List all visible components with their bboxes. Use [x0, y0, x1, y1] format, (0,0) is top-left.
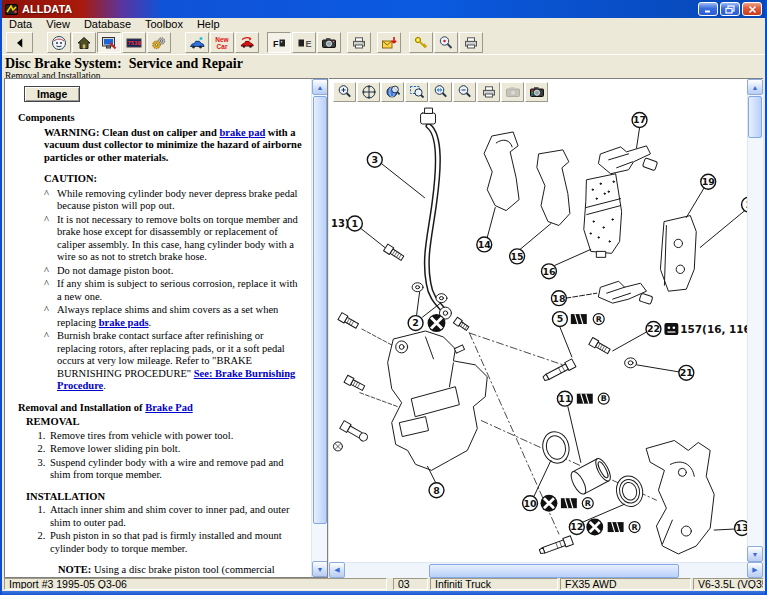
article-scrollbar[interactable]: ▲ ▼ [311, 79, 327, 577]
scrollbar-thumb[interactable] [748, 96, 762, 138]
do-not-reuse-icon [428, 314, 446, 332]
menu-help[interactable]: Help [190, 18, 227, 31]
frame-f-button[interactable]: F [267, 32, 291, 53]
svg-text:8: 8 [433, 485, 440, 496]
menu-toolbox[interactable]: Toolbox [138, 18, 190, 31]
brake-pads-link[interactable]: brake pads [99, 317, 149, 328]
alldata-logo-icon [5, 3, 18, 16]
search-button[interactable] [434, 32, 458, 53]
scroll-down-arrow[interactable]: ▼ [747, 546, 763, 562]
installation-heading: INSTALLATION [26, 491, 304, 504]
import-envelope-icon [381, 35, 397, 51]
sliding-pin-lower [539, 536, 574, 556]
svg-text:B: B [601, 394, 607, 403]
close-button[interactable] [742, 2, 762, 16]
car-wash-icon [189, 35, 205, 51]
brake-pad-link[interactable]: brake pad [219, 127, 265, 138]
import-button[interactable] [377, 32, 401, 53]
section-heading-brake-pad: Removal and Installation of Brake Pad [18, 402, 304, 415]
restore-button[interactable] [720, 2, 740, 16]
page-header: Disc Brake System: Service and Repair Re… [2, 54, 765, 78]
svg-text:2: 2 [412, 317, 419, 328]
rubber-grease-mark: R [593, 314, 604, 325]
scroll-left-arrow[interactable]: ◀ [329, 562, 345, 578]
home-icon [76, 35, 92, 51]
partial-callout-label: 13) [331, 218, 349, 229]
menu-bar: Data View Database Toolbox Help [2, 18, 765, 31]
camera-icon [321, 35, 337, 51]
svg-text:E: E [306, 38, 312, 48]
grease-icon [571, 314, 587, 324]
callout-2: 2 [408, 316, 423, 331]
status-version: Import #3 1995-05 Q3-06 [4, 578, 387, 590]
list-item: Push piston in so that pad is firmly ins… [48, 530, 304, 555]
bolt [344, 375, 365, 391]
print-button[interactable] [347, 32, 371, 53]
home-button[interactable] [72, 32, 96, 53]
camera-button[interactable] [317, 32, 341, 53]
back-button[interactable] [6, 32, 33, 53]
scroll-up-arrow[interactable]: ▲ [747, 79, 763, 95]
callout-21: 21 [679, 365, 694, 380]
article-pane: Image Components WARNING: Clean dust on … [4, 78, 328, 578]
zoom-sphere-button[interactable] [381, 82, 404, 102]
warning-text: WARNING: Clean dust on caliper and brake… [44, 127, 304, 165]
svg-text:17: 17 [633, 114, 646, 125]
menu-data[interactable]: Data [2, 18, 39, 31]
odometer-button[interactable]: 7530 [122, 32, 146, 53]
frame-e-button[interactable]: E [292, 32, 316, 53]
scrollbar-thumb[interactable] [429, 564, 679, 578]
minimize-button[interactable] [698, 2, 718, 16]
svg-text:14: 14 [478, 239, 492, 250]
pan-icon [361, 84, 377, 100]
pan-button[interactable] [357, 82, 380, 102]
scroll-down-arrow[interactable]: ▼ [312, 561, 328, 577]
list-item: Suspend cylinder body with a wire and re… [48, 457, 304, 482]
odometer-icon: 7530 [126, 35, 142, 51]
brake-pad-link[interactable]: Brake Pad [145, 402, 193, 413]
svg-text:7530: 7530 [127, 40, 140, 46]
zoom-window-button[interactable] [405, 82, 428, 102]
zoom-world-icon [385, 84, 401, 100]
brake-diagram[interactable]: R R R B 3 1 2 14 15 16 17 18 19 5 8 10 1… [330, 102, 751, 562]
print-preview-button[interactable] [459, 32, 483, 53]
svg-text:15: 15 [511, 251, 524, 262]
svg-text:19: 19 [702, 176, 715, 187]
piston-seal [539, 429, 572, 466]
vehicle-select-button[interactable] [97, 32, 121, 53]
status-code: 03 [393, 578, 428, 590]
alldata-window: ALLDATA Data View Database Toolbox Help [0, 0, 767, 595]
svg-text:New: New [215, 36, 229, 43]
car-wash-button[interactable] [185, 32, 209, 53]
new-car-button[interactable]: NewCar [210, 32, 234, 53]
print-image-button[interactable] [477, 82, 500, 102]
shop-info-button[interactable] [47, 32, 71, 53]
scroll-right-arrow[interactable]: ▶ [747, 562, 763, 578]
image-hscrollbar[interactable]: ◀ [329, 562, 747, 578]
shim-cover [537, 150, 570, 226]
zoom-out-icon [457, 84, 473, 100]
car-repair-button[interactable] [235, 32, 259, 53]
svg-text:18: 18 [552, 293, 565, 304]
film-button[interactable] [525, 82, 548, 102]
new-car-icon: NewCar [214, 35, 230, 51]
brake-fluid-mark: B [598, 393, 609, 404]
image-button-top[interactable]: Image [24, 86, 80, 102]
parts-button[interactable] [147, 32, 171, 53]
zoom-extents-button[interactable] [429, 82, 452, 102]
scroll-up-arrow[interactable]: ▲ [312, 79, 328, 95]
window-title: ALLDATA [22, 3, 72, 15]
list-item: ^It is not necessary to remove bolts on … [44, 214, 304, 264]
taskbar-strip [2, 591, 765, 595]
globe-icon [51, 35, 67, 51]
printer2-icon [463, 35, 479, 51]
menu-view[interactable]: View [39, 18, 77, 31]
zoom-in-button[interactable] [333, 82, 356, 102]
image-vscrollbar[interactable]: ▲ ▼ [747, 79, 763, 562]
zoom-out-button[interactable] [453, 82, 476, 102]
list-item: ^Always replace shims and shim covers as… [44, 304, 304, 329]
scrollbar-thumb[interactable] [313, 96, 327, 524]
key-button[interactable] [409, 32, 433, 53]
menu-database[interactable]: Database [77, 18, 138, 31]
components-heading: Components [18, 112, 304, 125]
